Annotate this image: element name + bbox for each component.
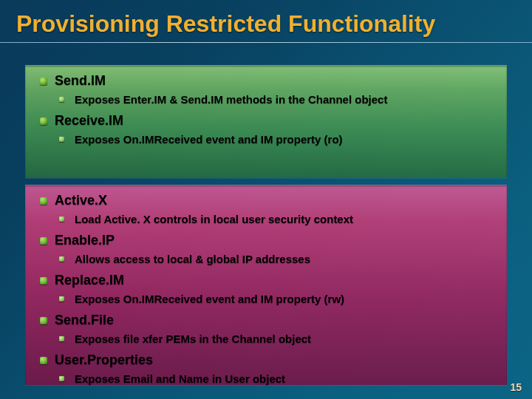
item-desc: Exposes file xfer PEMs in the Channel ob… <box>75 332 311 345</box>
page-title: Provisioning Restricted Functionality <box>0 0 532 42</box>
item-label: Receive.IM <box>55 113 123 129</box>
list-subitem: Exposes On.IMReceived event and IM prope… <box>25 130 507 151</box>
list-subitem: Exposes file xfer PEMs in the Channel ob… <box>25 330 507 351</box>
item-label: Send.File <box>55 313 114 328</box>
bullet-icon <box>59 376 64 381</box>
slide: Provisioning Restricted Functionality Se… <box>0 0 532 399</box>
item-desc: Exposes Email and Name in User object <box>75 372 285 385</box>
panel-pink: Active.X Load Active. X controls in loca… <box>25 185 507 385</box>
list-subitem: Exposes Email and Name in User object <box>25 369 507 391</box>
list-item: User.Properties <box>25 351 507 369</box>
bullet-icon <box>59 216 64 222</box>
list-item: Replace.IM <box>25 271 507 290</box>
bullet-icon <box>59 256 64 262</box>
list-item: Active.X <box>25 191 507 210</box>
bullet-icon <box>59 97 64 102</box>
bullet-icon <box>40 78 47 85</box>
item-desc: Load Active. X controls in local user se… <box>75 213 353 225</box>
panel-green: Send.IM Exposes Enter.IM & Send.IM metho… <box>25 65 507 178</box>
list-item: Send.File <box>25 311 507 330</box>
bullet-icon <box>40 117 47 125</box>
bullet-icon <box>40 277 47 284</box>
item-label: Send.IM <box>55 73 106 89</box>
panel-green-content: Send.IM Exposes Enter.IM & Send.IM metho… <box>25 66 507 151</box>
panel-pink-content: Active.X Load Active. X controls in loca… <box>25 185 507 391</box>
item-label: Enable.IP <box>55 233 115 248</box>
item-label: Active.X <box>55 193 107 208</box>
title-divider <box>0 42 532 43</box>
list-subitem: Exposes On.IMReceived event and IM prope… <box>25 290 507 311</box>
bullet-icon <box>40 197 47 205</box>
bullet-icon <box>59 336 64 341</box>
bullet-icon <box>59 137 64 142</box>
bullet-icon <box>40 317 47 324</box>
item-desc: Exposes On.IMReceived event and IM prope… <box>75 133 343 146</box>
item-desc: Allows access to local & global IP addre… <box>75 253 310 265</box>
list-item: Send.IM <box>25 72 507 90</box>
bullet-icon <box>59 296 64 301</box>
list-item: Enable.IP <box>25 231 507 250</box>
item-desc: Exposes On.IMReceived event and IM prope… <box>75 293 344 305</box>
item-desc: Exposes Enter.IM & Send.IM methods in th… <box>75 93 387 106</box>
list-subitem: Allows access to local & global IP addre… <box>25 250 507 271</box>
page-number: 15 <box>510 381 522 393</box>
list-subitem: Load Active. X controls in local user se… <box>25 210 507 231</box>
item-label: User.Properties <box>55 352 153 368</box>
list-item: Receive.IM <box>25 112 507 130</box>
bullet-icon <box>40 237 47 245</box>
item-label: Replace.IM <box>55 273 124 288</box>
bullet-icon <box>40 357 47 364</box>
list-subitem: Exposes Enter.IM & Send.IM methods in th… <box>25 90 507 112</box>
